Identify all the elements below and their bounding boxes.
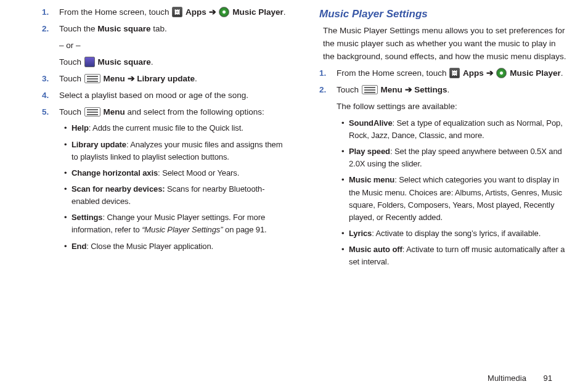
step-number: 2. bbox=[319, 84, 326, 97]
bullet: • bbox=[64, 139, 67, 151]
arrow: ➔ bbox=[486, 68, 496, 78]
follow-list-intro: The follow settings are available: bbox=[337, 100, 569, 113]
section-intro: The Music Player Settings menu allows yo… bbox=[319, 25, 569, 63]
step-text: Select a playlist based on mood or age o… bbox=[59, 91, 248, 100]
step-5: 5. Touch Menu and select from the follow… bbox=[42, 106, 290, 119]
period: . bbox=[151, 57, 153, 67]
music-square-label: Music square bbox=[98, 57, 151, 67]
step-number: 3. bbox=[42, 73, 49, 86]
list-item: • Scan for nearby devices: Scans for nea… bbox=[64, 183, 290, 208]
list-item: • Settings: Change your Music Player set… bbox=[64, 211, 290, 236]
step-number: 1. bbox=[319, 67, 326, 80]
list-item: • Lyrics: Activate to display the song’s… bbox=[341, 227, 569, 240]
option-settings: Settings bbox=[71, 213, 102, 222]
list-item: • Change horizontal axis: Select Mood or… bbox=[64, 167, 290, 179]
step-number: 5. bbox=[42, 106, 49, 119]
footer: Multimedia 91 bbox=[488, 372, 552, 385]
bullet: • bbox=[64, 183, 67, 195]
bullet: • bbox=[64, 122, 67, 134]
option-change-axis: Change horizontal axis bbox=[71, 168, 158, 178]
menu-icon bbox=[84, 107, 100, 116]
step-3: 3. Touch Menu ➔ Library update. bbox=[42, 73, 290, 86]
menu-icon bbox=[362, 85, 378, 94]
list-item: • End: Close the Music Player applicatio… bbox=[64, 240, 290, 253]
step-number: 2. bbox=[42, 23, 49, 36]
step-1: 1. From the Home screen, touch Apps ➔ Mu… bbox=[42, 6, 290, 19]
bullet: • bbox=[341, 117, 344, 129]
library-update-label: Library update bbox=[137, 74, 195, 83]
period: . bbox=[195, 74, 197, 83]
music-player-icon bbox=[496, 68, 507, 78]
list-item: • SoundAlive: Set a type of equalization… bbox=[341, 117, 569, 142]
music-player-label: Music Player bbox=[232, 7, 284, 17]
period: . bbox=[447, 85, 450, 94]
option-end: End bbox=[71, 242, 86, 251]
step-4: 4. Select a playlist based on mood or ag… bbox=[42, 89, 290, 102]
page-number: 91 bbox=[544, 372, 552, 385]
option-help: Help bbox=[71, 123, 89, 133]
bullet: • bbox=[64, 211, 67, 224]
step-text: Touch bbox=[59, 57, 84, 67]
bullet: • bbox=[64, 167, 67, 179]
music-square-label: Music square bbox=[97, 24, 150, 33]
step-text: Touch the bbox=[59, 24, 97, 33]
option-library-update: Library update bbox=[71, 140, 126, 149]
music-player-label: Music Player bbox=[510, 68, 561, 78]
step-text: From the Home screen, touch bbox=[337, 68, 449, 78]
step-1: 1. From the Home screen, touch Apps ➔ Mu… bbox=[319, 67, 569, 80]
option-lyrics: Lyrics bbox=[349, 229, 372, 238]
apps-icon bbox=[449, 68, 460, 78]
menu-label: Menu bbox=[104, 74, 125, 83]
option-desc: : Select Mood or Years. bbox=[158, 168, 239, 178]
option-play-speed: Play speed bbox=[349, 147, 390, 156]
bullet: • bbox=[341, 145, 344, 158]
step-text: Touch bbox=[337, 85, 361, 94]
step-2-alt: Touch Music square. bbox=[59, 56, 290, 69]
option-desc: : Adds the current music file to the Qui… bbox=[89, 123, 243, 133]
step-text: Touch bbox=[59, 74, 84, 83]
option-scan-devices: Scan for nearby devices: bbox=[71, 184, 167, 194]
music-player-icon bbox=[219, 7, 229, 17]
step-text: Touch bbox=[59, 107, 84, 116]
step-text-tail: tab. bbox=[151, 24, 167, 33]
list-item: • Music auto off: Activate to turn off m… bbox=[341, 243, 569, 268]
option-desc: : Close the Music Player application. bbox=[86, 242, 213, 251]
menu-icon bbox=[84, 74, 100, 83]
apps-icon bbox=[172, 7, 182, 17]
period: . bbox=[561, 68, 563, 78]
arrow: ➔ bbox=[209, 7, 219, 17]
menu-label: Menu bbox=[104, 107, 125, 116]
footer-section: Multimedia bbox=[488, 374, 526, 383]
or-divider: – or – bbox=[59, 39, 290, 52]
bullet: • bbox=[341, 227, 344, 240]
period: . bbox=[284, 7, 286, 17]
arrow: ➔ bbox=[128, 74, 137, 83]
bullet: • bbox=[341, 174, 344, 186]
list-item: • Music menu: Select which categories yo… bbox=[341, 174, 569, 224]
option-music-menu: Music menu bbox=[349, 175, 394, 184]
arrow: ➔ bbox=[405, 85, 415, 94]
step-text-tail: and select from the following options: bbox=[128, 107, 264, 116]
xref-link[interactable]: “Music Player Settings” bbox=[142, 225, 223, 234]
bullet: • bbox=[64, 240, 67, 253]
apps-label: Apps bbox=[463, 68, 484, 78]
option-soundalive: SoundAlive bbox=[349, 118, 393, 128]
settings-label: Settings bbox=[414, 85, 447, 94]
step-2: 2. Touch Menu ➔ Settings. bbox=[319, 84, 569, 97]
apps-label: Apps bbox=[186, 7, 206, 17]
option-desc: : Activate to display the song’s lyrics,… bbox=[372, 229, 541, 238]
xref-page: on page 91. bbox=[223, 225, 267, 234]
music-square-icon bbox=[84, 57, 95, 67]
option-music-auto-off: Music auto off bbox=[349, 245, 402, 254]
menu-label: Menu bbox=[381, 85, 402, 94]
bullet: • bbox=[341, 243, 344, 256]
list-item: • Library update: Analyzes your music fi… bbox=[64, 139, 290, 163]
step-number: 1. bbox=[42, 6, 49, 19]
step-number: 4. bbox=[42, 89, 49, 102]
list-item: • Help: Adds the current music file to t… bbox=[64, 122, 290, 134]
step-text: From the Home screen, touch bbox=[59, 7, 171, 17]
list-item: • Play speed: Set the play speed anywher… bbox=[341, 145, 569, 170]
section-title: Music Player Settings bbox=[319, 6, 569, 22]
step-2: 2. Touch the Music square tab. bbox=[42, 23, 290, 36]
